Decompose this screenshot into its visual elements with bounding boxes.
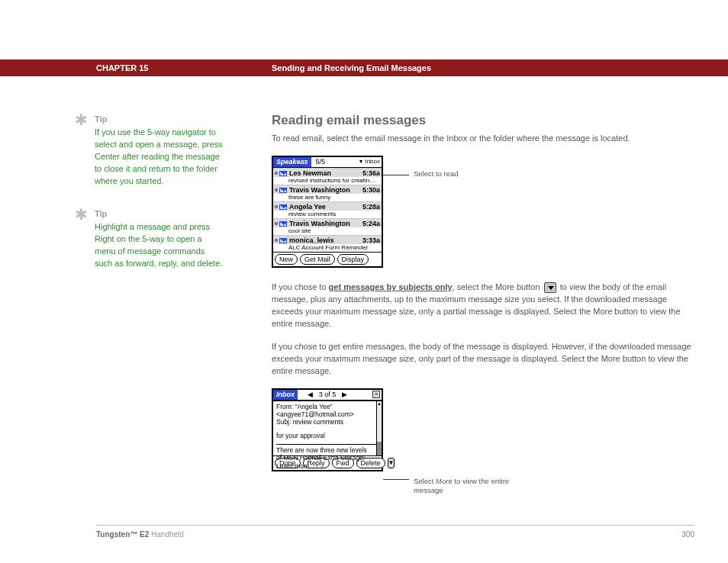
- unread-dot-icon: [275, 172, 278, 175]
- sender: Les Newman: [289, 169, 361, 177]
- envelope-icon: [279, 171, 287, 176]
- screenshot-inbox: Speakeas 5/5 ▼Inbox Les Newman5:36a revi…: [272, 156, 383, 268]
- tip-block: ✱ Tip If you use the 5-way navigator to …: [76, 114, 244, 188]
- divider: [276, 444, 378, 445]
- time: 5:28a: [362, 203, 380, 211]
- unread-dot-icon: [275, 239, 278, 242]
- account-tab[interactable]: Speakeas: [273, 157, 311, 167]
- list-item[interactable]: Angela Yee5:28a review comments: [273, 201, 382, 218]
- message-count: 5/5: [316, 158, 326, 166]
- callout-text: Select to read: [414, 169, 459, 179]
- pager-text: 3 of 5: [319, 391, 337, 398]
- chevron-down-icon: ▼: [358, 159, 363, 164]
- time: 3:33a: [362, 236, 380, 244]
- list-item[interactable]: Les Newman5:36a revised instructions for…: [273, 168, 382, 185]
- tips-sidebar: ✱ Tip If you use the 5-way navigator to …: [76, 114, 244, 291]
- getmail-button[interactable]: Get Mail: [300, 254, 335, 265]
- subj-label: Subj:: [276, 418, 291, 426]
- chapter-label: CHAPTER 15: [96, 63, 148, 72]
- asterisk-icon: ✱: [75, 209, 88, 220]
- folder-name: Inbox: [365, 158, 380, 165]
- tip-block: ✱ Tip Highlight a message and press Righ…: [76, 209, 244, 270]
- sender: monica_lewis: [289, 236, 361, 244]
- product-bold: Tungsten™ E2: [96, 530, 149, 539]
- unread-dot-icon: [275, 188, 278, 191]
- para-text: , select the More button: [453, 282, 543, 291]
- time: 5:30a: [362, 186, 380, 194]
- from-label: From:: [276, 403, 293, 410]
- list-item[interactable]: Travis Washington5:30a these are funny: [273, 185, 382, 201]
- section-heading: Reading email messages: [272, 113, 691, 128]
- inbox-button-row: New Get Mail Display: [273, 252, 382, 266]
- message-list: Les Newman5:36a revised instructions for…: [273, 168, 382, 252]
- display-button[interactable]: Display: [337, 254, 369, 265]
- envelope-icon: [279, 204, 287, 210]
- folder-tab[interactable]: Inbox: [273, 390, 298, 400]
- screenshot-message: Inbox ◀ 3 of 5 ▶ ≡ From: "Angela Yee" <a…: [272, 388, 383, 471]
- callout-line: [383, 175, 409, 175]
- para-text: If you chose to: [272, 282, 329, 291]
- page-icon[interactable]: ≡: [372, 391, 380, 398]
- from-addr: <angyee71@hotmail.com>: [276, 410, 378, 418]
- new-button[interactable]: New: [275, 254, 298, 265]
- from-value: "Angela Yee": [295, 403, 333, 410]
- time: 5:36a: [362, 169, 380, 177]
- time: 5:24a: [362, 220, 380, 227]
- message-body: From: "Angela Yee" <angyee71@hotmail.com…: [273, 401, 382, 455]
- sender: Angela Yee: [289, 203, 361, 211]
- subject: ALC Account Form Reminder: [273, 244, 382, 252]
- product-name: Tungsten™ E2 Handheld: [96, 530, 184, 539]
- unread-dot-icon: [275, 205, 278, 208]
- subject: review comments: [273, 211, 382, 218]
- sender: Travis Washington: [289, 220, 361, 227]
- subjects-only-link[interactable]: get messages by subjects only: [329, 282, 453, 291]
- unread-dot-icon: [275, 222, 278, 225]
- list-item[interactable]: Travis Washington5:24a cool site: [273, 218, 382, 235]
- list-item[interactable]: monica_lewis3:33a ALC Account Form Remin…: [273, 235, 382, 252]
- more-button[interactable]: ▼: [388, 458, 395, 468]
- product-light: Handheld: [149, 530, 184, 539]
- body-line: for your approval: [276, 432, 378, 439]
- folder-dropdown[interactable]: ▼Inbox: [358, 158, 380, 165]
- page-footer: Tungsten™ E2 Handheld 300: [96, 525, 694, 539]
- screenshot-message-wrap: Inbox ◀ 3 of 5 ▶ ≡ From: "Angela Yee" <a…: [272, 388, 691, 496]
- main-column: Reading email messages To read email, se…: [272, 113, 691, 509]
- subj-line: Subj: review comments: [276, 418, 378, 426]
- body-paragraph: If you chose to get messages by subjects…: [272, 282, 691, 330]
- tip-label: Tip: [95, 114, 244, 124]
- subject: revised instructions for creatin…: [273, 177, 382, 185]
- page-number: 300: [681, 530, 694, 539]
- from-line: From: "Angela Yee": [276, 403, 378, 410]
- envelope-icon: [279, 238, 287, 243]
- callout-line: [383, 479, 409, 480]
- scrollbar[interactable]: [376, 401, 382, 455]
- body-paragraph: If you chose to get entire messages, the…: [272, 341, 691, 378]
- sender: Travis Washington: [289, 186, 361, 194]
- tip-label: Tip: [95, 209, 244, 218]
- chapter-header: CHAPTER 15 Sending and Receiving Email M…: [0, 60, 728, 76]
- subject: cool site: [273, 227, 382, 235]
- intro-paragraph: To read email, select the email message …: [272, 133, 691, 145]
- inbox-titlebar: Speakeas 5/5 ▼Inbox: [273, 157, 382, 168]
- envelope-icon: [279, 188, 287, 193]
- tip-body: If you use the 5-way navigator to select…: [95, 127, 224, 188]
- tip-body: Highlight a message and press Right on t…: [95, 221, 224, 270]
- subject: these are funny: [273, 194, 382, 201]
- next-arrow-icon[interactable]: ▶: [342, 391, 347, 398]
- more-down-icon: [544, 282, 556, 293]
- callout-group: Select More to view the entire message: [383, 477, 513, 496]
- pager: ◀ 3 of 5 ▶: [308, 391, 348, 398]
- message-titlebar: Inbox ◀ 3 of 5 ▶ ≡: [273, 390, 382, 401]
- callout-text: Select More to view the entire message: [414, 477, 513, 496]
- footer-promo: There are now three new levels of MSN Ho…: [276, 446, 378, 470]
- screenshot-inbox-wrap: Speakeas 5/5 ▼Inbox Les Newman5:36a revi…: [272, 156, 691, 268]
- chapter-title: Sending and Receiving Email Messages: [272, 63, 431, 72]
- envelope-icon: [279, 221, 287, 227]
- subj-value: review comments: [293, 418, 343, 426]
- callout-group: Select to read: [383, 169, 459, 179]
- prev-arrow-icon[interactable]: ◀: [308, 391, 313, 398]
- asterisk-icon: ✱: [75, 114, 88, 125]
